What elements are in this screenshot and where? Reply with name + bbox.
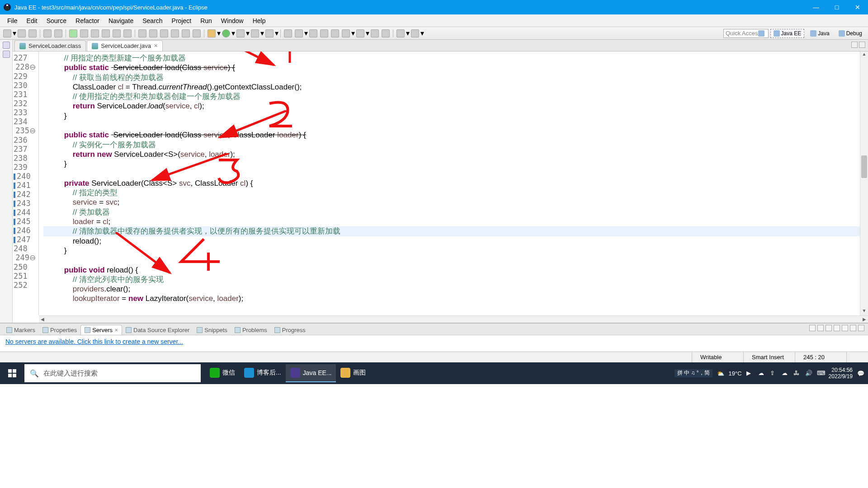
left-trim-bar[interactable] bbox=[0, 40, 13, 323]
code-content[interactable]: // 用指定的类型新建一个服务加载器 public static Service… bbox=[39, 52, 860, 315]
tool-icon[interactable] bbox=[265, 29, 274, 38]
tool-icon[interactable] bbox=[371, 29, 379, 38]
menu-source[interactable]: Source bbox=[42, 16, 71, 25]
code-line[interactable]: public static ServiceLoader load(Class s… bbox=[43, 63, 860, 72]
new-icon[interactable] bbox=[3, 29, 11, 38]
tool-icon[interactable] bbox=[149, 29, 157, 38]
view-tab-progress[interactable]: Progress bbox=[271, 325, 309, 335]
notifications-icon[interactable]: 💬 bbox=[857, 370, 864, 377]
ime-indicator[interactable]: 拼 中 ♫ °，简 bbox=[675, 369, 712, 377]
code-line[interactable]: ClassLoader cl = Thread.currentThread().… bbox=[43, 82, 860, 92]
view-tab-servers[interactable]: Servers ✕ bbox=[80, 325, 122, 335]
code-line[interactable]: public void reload() { bbox=[43, 265, 860, 275]
taskbar-app[interactable]: 博客后... bbox=[240, 364, 286, 382]
debug-resume-icon[interactable] bbox=[69, 29, 77, 38]
maximize-view-icon[interactable] bbox=[859, 42, 865, 48]
open-perspective-icon[interactable] bbox=[755, 29, 768, 38]
project-explorer-icon[interactable] bbox=[3, 51, 10, 58]
code-line[interactable]: // 使用指定的类型和类加载器创建一个服务加载器 bbox=[43, 92, 860, 101]
volume-icon[interactable]: 🔊 bbox=[805, 370, 812, 377]
onedrive-icon[interactable]: ☁ bbox=[782, 370, 789, 377]
minimize-view-icon[interactable] bbox=[851, 42, 858, 48]
tool-icon[interactable] bbox=[382, 29, 390, 38]
tool-icon[interactable] bbox=[182, 29, 190, 38]
maximize-view-icon[interactable] bbox=[858, 325, 864, 331]
minimize-view-icon[interactable] bbox=[850, 325, 856, 331]
code-line[interactable]: private ServiceLoader(Class<S> svc, Clas… bbox=[43, 178, 860, 188]
horizontal-scrollbar[interactable]: ◀▶ bbox=[39, 315, 868, 323]
code-line[interactable]: // 用指定的类型新建一个服务加载器 bbox=[43, 53, 860, 63]
maximize-button[interactable]: □ bbox=[826, 0, 847, 14]
code-line[interactable]: lookupIterator = new LazyIterator(servic… bbox=[43, 294, 860, 303]
save-all-icon[interactable] bbox=[28, 29, 37, 38]
tool-icon[interactable] bbox=[171, 29, 179, 38]
code-line[interactable] bbox=[43, 255, 860, 265]
weather-icon[interactable]: ⛅ bbox=[717, 370, 724, 377]
taskbar-search-input[interactable]: 🔍 在此键入进行搜索 bbox=[24, 364, 201, 382]
tool-icon[interactable] bbox=[320, 29, 328, 38]
taskbar-app[interactable]: 画图 bbox=[336, 364, 370, 382]
close-tab-icon[interactable]: ✕ bbox=[154, 43, 158, 49]
view-icon[interactable] bbox=[842, 325, 848, 331]
tool-icon[interactable] bbox=[342, 29, 350, 38]
start-button[interactable] bbox=[0, 362, 24, 384]
step-into-icon[interactable] bbox=[102, 29, 110, 38]
new-class-icon[interactable] bbox=[295, 29, 303, 38]
build-icon[interactable] bbox=[43, 29, 52, 38]
code-line[interactable]: return ServiceLoader.load(service, cl); bbox=[43, 101, 860, 111]
run-last-icon[interactable] bbox=[236, 29, 245, 38]
run-dropdown-icon[interactable] bbox=[222, 29, 230, 38]
ext-tools-icon[interactable] bbox=[251, 29, 259, 38]
toggle-breakpoint-icon[interactable] bbox=[54, 29, 62, 38]
view-tab-snippets[interactable]: Snippets bbox=[193, 325, 231, 335]
tool-icon[interactable] bbox=[160, 29, 168, 38]
menu-edit[interactable]: Edit bbox=[22, 16, 42, 25]
view-icon[interactable] bbox=[834, 325, 840, 331]
code-line[interactable]: public static ServiceLoader load(Class s… bbox=[43, 130, 860, 140]
code-line[interactable]: } bbox=[43, 111, 860, 121]
view-icon[interactable] bbox=[826, 325, 832, 331]
perspective-java-ee[interactable]: Java EE bbox=[770, 29, 805, 38]
code-line[interactable]: } bbox=[43, 159, 860, 169]
menu-window[interactable]: Window bbox=[217, 16, 248, 25]
code-line[interactable]: providers.clear(); bbox=[43, 284, 860, 294]
code-line[interactable]: // 实例化一个服务加载器 bbox=[43, 140, 860, 150]
code-line[interactable] bbox=[43, 169, 860, 178]
editor-tab[interactable]: ServiceLoader.class bbox=[14, 40, 86, 51]
code-line[interactable]: // 清除加载器中缓存的服务提供者实现，以便所有的服务提供实现可以重新加载 bbox=[43, 226, 860, 236]
restore-view-icon[interactable] bbox=[3, 42, 10, 49]
vertical-scrollbar[interactable]: ▲ ▼ bbox=[860, 52, 868, 315]
view-tab-problems[interactable]: Problems bbox=[231, 325, 271, 335]
menu-file[interactable]: File bbox=[3, 16, 22, 25]
forward-icon[interactable] bbox=[411, 29, 419, 38]
code-editor[interactable]: 227 228⊖ 229 230 231 232 233 234 235⊖ 23… bbox=[13, 52, 868, 315]
tray-icon[interactable]: ▶ bbox=[746, 370, 754, 377]
debug-dropdown-icon[interactable] bbox=[208, 29, 216, 38]
minimize-button[interactable]: ― bbox=[806, 0, 826, 14]
view-tab-properties[interactable]: Properties bbox=[39, 325, 80, 335]
keyboard-icon[interactable]: ⌨ bbox=[817, 370, 824, 377]
network-icon[interactable]: 🖧 bbox=[793, 370, 801, 377]
tool-icon[interactable] bbox=[356, 29, 364, 38]
debug-pause-icon[interactable] bbox=[80, 29, 88, 38]
code-line[interactable]: loader = cl; bbox=[43, 217, 860, 226]
perspective-java[interactable]: Java bbox=[807, 29, 832, 38]
taskbar-app[interactable]: 微信 bbox=[205, 364, 240, 382]
view-tab-data-source-explorer[interactable]: Data Source Explorer bbox=[122, 325, 193, 335]
view-tab-markers[interactable]: Markers bbox=[3, 325, 39, 335]
debug-stop-icon[interactable] bbox=[91, 29, 99, 38]
close-button[interactable]: ✕ bbox=[847, 0, 868, 14]
view-icon[interactable] bbox=[817, 325, 824, 331]
code-line[interactable]: // 清空此列表中的服务实现 bbox=[43, 275, 860, 284]
code-line[interactable]: reload(); bbox=[43, 236, 860, 246]
code-line[interactable]: return new ServiceLoader<S>(service, loa… bbox=[43, 150, 860, 159]
system-tray[interactable]: 拼 中 ♫ °，简 ⛅ 19°C ▶ ☁ ⇧ ☁ 🖧 🔊 ⌨ 20:54:562… bbox=[675, 367, 868, 380]
code-line[interactable]: service = svc; bbox=[43, 197, 860, 207]
taskbar-app[interactable]: Java EE... bbox=[286, 364, 336, 382]
menu-navigate[interactable]: Navigate bbox=[104, 16, 138, 25]
step-over-icon[interactable] bbox=[113, 29, 121, 38]
scrollbar-thumb[interactable] bbox=[861, 155, 867, 178]
menu-refactor[interactable]: Refactor bbox=[71, 16, 104, 25]
tool-icon[interactable] bbox=[193, 29, 201, 38]
tool-icon[interactable] bbox=[331, 29, 339, 38]
